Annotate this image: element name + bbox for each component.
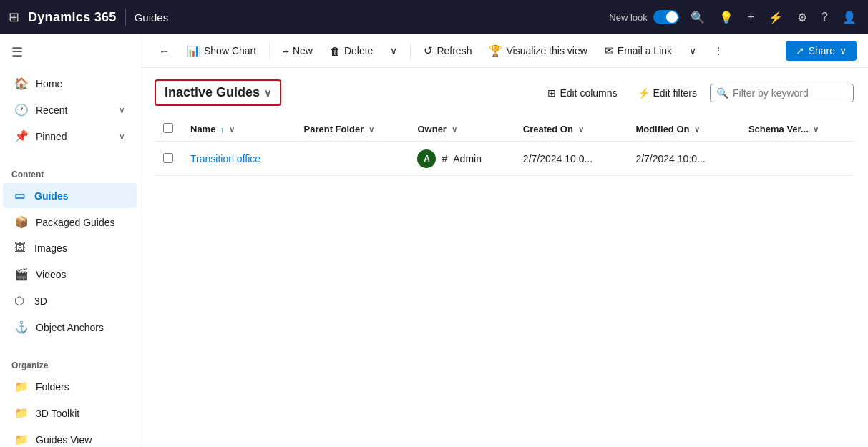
chevron-down-icon: ∨ bbox=[452, 125, 457, 134]
new-look-label: New look bbox=[609, 12, 647, 23]
sidebar-item-label: Pinned bbox=[36, 131, 67, 142]
folder-icon: 📁 bbox=[14, 380, 29, 393]
help-icon[interactable]: ? bbox=[819, 8, 831, 26]
sidebar-item-label: Home bbox=[36, 78, 62, 89]
more-icon: ⋮ bbox=[713, 45, 723, 57]
show-chart-button[interactable]: 📊 Show Chart bbox=[180, 40, 263, 62]
row-name-cell: Transition office bbox=[182, 142, 296, 176]
edit-filters-button[interactable]: ⚡ Edit filters bbox=[630, 84, 704, 102]
content-section-label: Content bbox=[0, 161, 140, 182]
chevron-down-icon: ∨ bbox=[119, 105, 125, 115]
more-options-button[interactable]: ⋮ bbox=[706, 41, 731, 61]
edit-columns-icon: ⊞ bbox=[547, 87, 556, 99]
chevron-down-icon: ∨ bbox=[264, 87, 271, 99]
view-title: Inactive Guides bbox=[165, 85, 260, 100]
sort-asc-icon: ↑ bbox=[220, 125, 225, 134]
refresh-label: Refresh bbox=[437, 45, 472, 57]
col-header-schema-ver[interactable]: Schema Ver... ∨ bbox=[740, 117, 854, 142]
email-icon: ✉ bbox=[605, 44, 614, 57]
sidebar-item-label: Guides bbox=[34, 190, 68, 202]
col-header-modified-on[interactable]: Modified On ∨ bbox=[627, 117, 740, 142]
lightbulb-icon[interactable]: 💡 bbox=[716, 8, 736, 27]
new-look-toggle[interactable]: New look bbox=[609, 10, 678, 24]
packaged-guides-icon: 📦 bbox=[14, 215, 29, 229]
refresh-button[interactable]: ↺ Refresh bbox=[416, 40, 479, 62]
select-all-header[interactable] bbox=[155, 117, 182, 142]
sidebar-item-home[interactable]: 🏠 Home bbox=[3, 71, 137, 96]
search-icon[interactable]: 🔍 bbox=[688, 8, 708, 27]
refresh-icon: ↺ bbox=[424, 44, 433, 57]
sidebar-item-packaged-guides[interactable]: 📦 Packaged Guides bbox=[3, 210, 137, 235]
visualize-icon: 🏆 bbox=[489, 44, 502, 57]
delete-button[interactable]: 🗑 Delete bbox=[323, 41, 380, 62]
top-navigation: ⊞ Dynamics 365 Guides New look 🔍 💡 + ⚡ ⚙… bbox=[0, 0, 868, 34]
row-checkbox[interactable] bbox=[163, 153, 173, 163]
sidebar-item-object-anchors[interactable]: ⚓ Object Anchors bbox=[3, 315, 137, 340]
chevron-down-icon: ∨ bbox=[813, 125, 819, 134]
sidebar-item-folders[interactable]: 📁 Folders bbox=[3, 374, 137, 399]
grid-icon[interactable]: ⊞ bbox=[9, 9, 19, 25]
table-header-row: Name ↑ ∨ Parent Folder ∨ Owner ∨ bbox=[155, 117, 854, 142]
edit-filters-label: Edit filters bbox=[653, 87, 697, 99]
hamburger-menu[interactable]: ☰ bbox=[0, 34, 140, 70]
user-icon[interactable]: 👤 bbox=[839, 8, 859, 27]
email-dropdown-button[interactable]: ∨ bbox=[682, 41, 703, 61]
guides-view-icon: 📁 bbox=[14, 433, 29, 446]
3d-icon: ⬡ bbox=[14, 294, 27, 308]
owner-prefix: # bbox=[442, 153, 447, 164]
videos-icon: 🎬 bbox=[14, 267, 29, 281]
toolbar: ← 📊 Show Chart + New 🗑 Delete ∨ ↺ Refres… bbox=[140, 34, 868, 68]
visualize-button[interactable]: 🏆 Visualize this view bbox=[482, 40, 594, 62]
col-header-name[interactable]: Name ↑ ∨ bbox=[182, 117, 296, 142]
search-icon: 🔍 bbox=[716, 87, 728, 99]
chevron-down-icon: ∨ bbox=[694, 125, 700, 134]
filter-icon[interactable]: ⚡ bbox=[766, 8, 786, 27]
show-chart-label: Show Chart bbox=[204, 45, 256, 57]
col-header-owner[interactable]: Owner ∨ bbox=[409, 117, 514, 142]
row-parent-folder-cell bbox=[296, 142, 409, 176]
row-checkbox-cell[interactable] bbox=[155, 142, 182, 176]
view-title-selector[interactable]: Inactive Guides ∨ bbox=[155, 79, 281, 106]
filter-keyword-input[interactable] bbox=[733, 87, 847, 99]
sidebar-item-images[interactable]: 🖼 Images bbox=[3, 236, 137, 260]
row-created-on-cell: 2/7/2024 10:0... bbox=[515, 142, 628, 176]
chevron-down-icon: ∨ bbox=[839, 45, 847, 57]
sidebar-item-3d-toolkit[interactable]: 📁 3D Toolkit bbox=[3, 401, 137, 426]
view-header: Inactive Guides ∨ ⊞ Edit columns ⚡ Edit … bbox=[155, 79, 854, 106]
edit-columns-button[interactable]: ⊞ Edit columns bbox=[540, 84, 624, 102]
sidebar-item-label: Packaged Guides bbox=[36, 217, 115, 228]
owner-avatar: A bbox=[417, 149, 436, 168]
back-button[interactable]: ← bbox=[152, 41, 177, 62]
new-label: New bbox=[293, 45, 313, 57]
sidebar: ☰ 🏠 Home 🕐 Recent ∨ 📌 Pinned ∨ Content ▭… bbox=[0, 34, 140, 447]
settings-icon[interactable]: ⚙ bbox=[794, 8, 810, 27]
share-icon: ↗ bbox=[796, 45, 804, 57]
sidebar-item-videos[interactable]: 🎬 Videos bbox=[3, 262, 137, 287]
sidebar-item-3d[interactable]: ⬡ 3D bbox=[3, 288, 137, 313]
row-name-link[interactable]: Transition office bbox=[190, 153, 260, 164]
col-header-parent-folder[interactable]: Parent Folder ∨ bbox=[296, 117, 409, 142]
chevron-down-icon: ∨ bbox=[390, 45, 397, 57]
filter-search-box[interactable]: 🔍 bbox=[710, 84, 854, 102]
sidebar-item-guides[interactable]: ▭ Guides bbox=[3, 183, 137, 208]
select-all-checkbox[interactable] bbox=[163, 123, 173, 133]
sidebar-item-label: 3D Toolkit bbox=[36, 408, 79, 419]
row-owner-cell: A # Admin bbox=[409, 142, 514, 176]
add-icon[interactable]: + bbox=[745, 8, 757, 26]
sidebar-item-pinned[interactable]: 📌 Pinned ∨ bbox=[3, 124, 137, 149]
main-content: ← 📊 Show Chart + New 🗑 Delete ∨ ↺ Refres… bbox=[140, 34, 868, 447]
row-modified-on-cell: 2/7/2024 10:0... bbox=[627, 142, 740, 176]
anchor-icon: ⚓ bbox=[14, 320, 29, 334]
delete-dropdown-button[interactable]: ∨ bbox=[383, 41, 404, 61]
visualize-label: Visualize this view bbox=[506, 45, 587, 57]
sidebar-item-label: Videos bbox=[36, 269, 67, 280]
new-button[interactable]: + New bbox=[275, 41, 320, 62]
new-look-switch[interactable] bbox=[653, 10, 679, 24]
sidebar-item-recent[interactable]: 🕐 Recent ∨ bbox=[3, 97, 137, 122]
col-header-created-on[interactable]: Created On ∨ bbox=[515, 117, 628, 142]
nav-divider bbox=[125, 9, 126, 26]
sidebar-item-guides-view[interactable]: 📁 Guides View bbox=[3, 427, 137, 447]
back-arrow-icon: ← bbox=[159, 45, 170, 57]
email-link-button[interactable]: ✉ Email a Link bbox=[598, 40, 679, 62]
share-button[interactable]: ↗ Share ∨ bbox=[786, 41, 857, 61]
